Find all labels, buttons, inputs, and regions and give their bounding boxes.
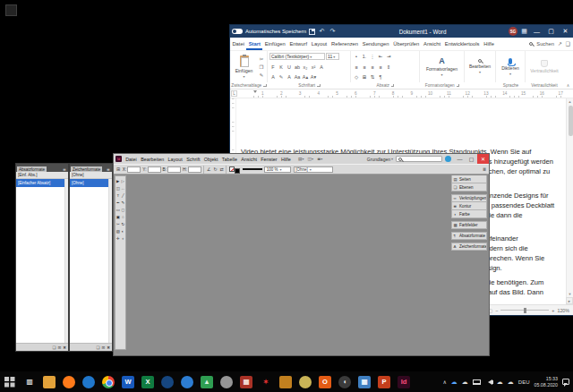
dock-item-farbe[interactable]: ◑ Farbe xyxy=(451,210,487,218)
taskbar-icon-collage[interactable]: ▦ xyxy=(240,376,252,388)
font-format-button[interactable]: Aa xyxy=(294,73,301,81)
zoom-level[interactable]: 120% xyxy=(557,308,569,313)
dock-item-ebenen[interactable]: ❏ Ebenen xyxy=(451,183,487,192)
panel-footer-icon[interactable]: ❏ xyxy=(52,345,56,350)
indesign-minimize-button[interactable]: — xyxy=(454,154,466,164)
sensitivity-button[interactable]: Vertraulichkeit xyxy=(527,60,561,73)
dock-item-absatzformate[interactable]: ¶ Absatzformate xyxy=(451,232,487,240)
paragraph-button[interactable]: 1. xyxy=(361,53,368,60)
word-ribbon-tab[interactable]: Referenzen xyxy=(329,38,361,50)
transform-input[interactable] xyxy=(127,166,141,173)
taskbar-icon-powerpoint[interactable]: P xyxy=(378,376,390,388)
font-format-button[interactable]: F xyxy=(269,64,277,71)
font-format-button[interactable]: ✎ xyxy=(278,73,285,81)
panel-footer-icon[interactable]: ⊞ xyxy=(101,345,105,350)
zoom-slider[interactable] xyxy=(500,310,549,311)
indesign-menu-item[interactable]: Bearbeiten xyxy=(139,157,166,162)
tool-button[interactable]: ⌖ xyxy=(121,234,126,242)
opacity-select[interactable]: 100 %▾ xyxy=(264,166,291,173)
paste-button[interactable]: Einfügen ▾ xyxy=(232,55,256,79)
volume-icon[interactable] xyxy=(485,379,492,385)
onedrive-icon[interactable]: ☁ xyxy=(451,379,458,385)
panel-menu-icon[interactable]: ≣ xyxy=(483,166,486,172)
taskbar-icon-briefcase[interactable] xyxy=(279,376,292,388)
word-ribbon-tab[interactable]: Datei xyxy=(230,38,246,50)
clipboard-tool-icon[interactable]: ✎ xyxy=(258,72,265,79)
taskbar-icon-thunderbird[interactable] xyxy=(82,376,95,388)
word-ribbon-tab[interactable]: Sendungen xyxy=(360,38,390,50)
creative-cloud-icon[interactable]: ☁ xyxy=(497,379,503,385)
paragraph-button[interactable]: ≡ xyxy=(377,64,384,71)
font-format-button[interactable]: A xyxy=(286,73,293,81)
paragraph-button[interactable]: ◇ xyxy=(353,73,360,81)
font-format-button[interactable]: A▾ xyxy=(310,73,317,81)
dock-item-farbfelder[interactable]: ▦ Farbfelder xyxy=(451,221,487,229)
paragraph-button[interactable]: ≡ xyxy=(361,64,368,71)
ribbon-display-icon[interactable]: ▦ xyxy=(520,28,528,35)
dialog-launcher-icon[interactable] xyxy=(391,84,395,88)
tool-button[interactable]: ○ xyxy=(121,213,126,220)
word-ribbon-tab[interactable]: Start xyxy=(246,38,262,50)
word-ribbon-tab[interactable]: Entwurf xyxy=(287,38,309,50)
redo-icon[interactable]: ↷ xyxy=(329,28,337,35)
scroll-up-icon[interactable]: ▲ xyxy=(567,99,573,104)
transform-tool-icon[interactable]: ∠ xyxy=(207,166,210,172)
zoom-in-icon[interactable]: + xyxy=(552,308,554,313)
vertical-scrollbar[interactable]: ▲ ▼ xyxy=(566,98,573,297)
stroke-style-preview[interactable] xyxy=(243,168,262,170)
indesign-menu-item[interactable]: Schrift xyxy=(184,157,202,162)
action-center-icon[interactable] xyxy=(562,379,569,385)
collapse-ribbon-icon[interactable]: ∧ xyxy=(563,83,573,88)
panel-scrollbar[interactable] xyxy=(108,179,112,343)
cloud-icon[interactable]: ☁ xyxy=(508,379,514,385)
maximize-button[interactable]: ▢ xyxy=(545,25,557,38)
paragraph-button[interactable]: ⇥ xyxy=(385,53,392,60)
word-ribbon-tab[interactable]: Überprüfen xyxy=(391,38,422,50)
taskbar-icon-explorer[interactable] xyxy=(43,376,56,388)
indesign-menu-item[interactable]: Hilfe xyxy=(279,157,293,162)
font-size-select[interactable]: 11▾ xyxy=(326,53,339,60)
indesign-maximize-button[interactable]: ▢ xyxy=(466,154,477,164)
font-format-button[interactable]: A xyxy=(318,64,325,71)
taskbar-icon-task-view[interactable]: ▥ xyxy=(23,376,36,388)
desktop-icon[interactable] xyxy=(5,4,17,16)
paragraph-button[interactable]: ≡ xyxy=(369,64,376,71)
taskbar-icon-app-gray[interactable] xyxy=(220,376,233,388)
tool-button[interactable]: ╱ xyxy=(121,192,126,199)
indesign-menu-item[interactable]: Layout xyxy=(166,157,184,162)
paragraph-button[interactable]: • xyxy=(353,53,360,60)
paragraph-button[interactable]: ⇅ xyxy=(369,73,376,81)
font-format-button[interactable]: A xyxy=(269,73,277,81)
dock-item-kontur[interactable]: ≣ Kontur xyxy=(451,202,487,210)
paragraph-button[interactable]: ≡ xyxy=(353,64,360,71)
close-button[interactable]: ✕ xyxy=(560,25,571,38)
taskbar-icon-excel[interactable]: X xyxy=(141,376,154,388)
paragraph-button[interactable]: ⋮ xyxy=(369,53,376,60)
stock-search-input[interactable] xyxy=(396,156,442,162)
search-icon[interactable] xyxy=(529,42,533,46)
language-indicator[interactable]: DEU xyxy=(518,379,530,385)
taskbar-icon-calculator[interactable]: ▦ xyxy=(358,376,371,388)
dock-item-verknuepfungen[interactable]: ∞ Verknüpfungen xyxy=(451,194,487,202)
dialog-launcher-icon[interactable] xyxy=(263,84,267,88)
word-ribbon-tab[interactable]: Hilfe xyxy=(482,38,496,50)
word-ribbon-tab[interactable]: Ansicht xyxy=(422,38,443,50)
panel-footer-icon[interactable]: ✖ xyxy=(63,345,66,350)
zoom-slider-thumb[interactable] xyxy=(524,308,526,313)
tool-button[interactable]: ▷ xyxy=(121,177,126,184)
indesign-close-button[interactable]: ✕ xyxy=(477,154,489,164)
panel-footer-icon[interactable]: ✖ xyxy=(107,345,110,350)
word-ribbon-tab[interactable]: Einfügen xyxy=(262,38,287,50)
network-icon[interactable] xyxy=(473,379,481,385)
indesign-menu-item[interactable]: Datei xyxy=(124,157,139,162)
dialog-launcher-icon[interactable] xyxy=(457,84,460,88)
taskbar-icon-app-globe[interactable] xyxy=(299,376,312,388)
tool-button[interactable]: ◐ xyxy=(121,227,126,234)
clipboard-tool-icon[interactable]: ❐ xyxy=(258,64,265,71)
scrollbar-thumb[interactable] xyxy=(569,106,573,136)
paragraph-button[interactable]: ⇤ xyxy=(377,53,384,60)
account-avatar[interactable]: SG xyxy=(509,27,517,36)
font-format-button[interactable]: ab xyxy=(294,64,301,71)
reference-point-icon[interactable]: ⊞ xyxy=(116,166,120,172)
word-ribbon-tab[interactable]: Layout xyxy=(309,38,329,50)
